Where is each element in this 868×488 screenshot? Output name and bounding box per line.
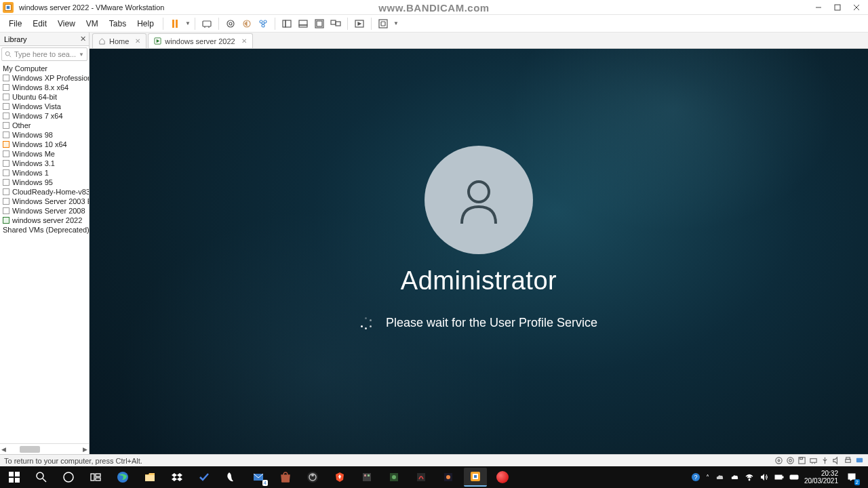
tray-volume-icon[interactable] <box>760 472 769 482</box>
svg-point-9 <box>227 20 234 27</box>
tray-chevron-up-icon[interactable]: ˄ <box>706 474 709 481</box>
tray-help-icon[interactable]: ? <box>691 472 701 482</box>
vm-item[interactable]: Ubuntu 64-bit <box>0 92 89 102</box>
stretch-dropdown[interactable]: ▼ <box>393 20 399 26</box>
folder-view-button[interactable] <box>312 16 327 31</box>
taskbar-bandicam-record[interactable] <box>491 468 514 487</box>
bandicam-watermark: www.BANDICAM.com <box>378 2 489 14</box>
thumbnail-bar-button[interactable] <box>296 16 311 31</box>
vm-item[interactable]: Windows Server 2003 Ent <box>0 197 89 206</box>
taskbar-edge[interactable] <box>111 468 134 487</box>
show-library-button[interactable] <box>279 16 294 31</box>
menu-vm[interactable]: VM <box>81 17 103 30</box>
taskbar-brave[interactable] <box>328 468 351 487</box>
tray-keyboard-icon[interactable] <box>789 472 799 482</box>
svg-rect-36 <box>800 458 803 460</box>
manage-snapshots-button[interactable] <box>256 16 271 31</box>
vm-item[interactable]: CloudReady-Home-v83-x <box>0 187 89 197</box>
menu-help[interactable]: Help <box>132 17 159 30</box>
library-horizontal-scrollbar[interactable]: ◀▶ <box>0 443 89 454</box>
maximize-button[interactable] <box>829 1 846 14</box>
tab-current-vm[interactable]: windows server 2022 ✕ <box>148 33 252 48</box>
cd-icon[interactable] <box>786 456 795 465</box>
vm-item[interactable]: Windows 7 x64 <box>0 111 89 121</box>
tray-wifi-icon[interactable] <box>745 472 754 482</box>
display-icon[interactable] <box>855 456 864 465</box>
revert-snapshot-button[interactable] <box>239 16 254 31</box>
vm-item[interactable]: Windows Me <box>0 149 89 159</box>
vm-item[interactable]: Windows Server 2008 <box>0 206 89 216</box>
usb-icon[interactable] <box>821 456 829 465</box>
vm-item-current[interactable]: windows server 2022 <box>0 216 89 225</box>
taskbar-app-2[interactable] <box>355 468 378 487</box>
svg-line-16 <box>263 23 265 24</box>
login-status: Please wait for the User Profile Service <box>360 316 597 330</box>
clock-date: 20/03/2021 <box>804 477 838 485</box>
taskbar-app-5[interactable] <box>437 468 460 487</box>
start-button[interactable] <box>3 468 26 487</box>
multi-monitor-button[interactable] <box>328 16 343 31</box>
vm-item[interactable]: Windows 98 <box>0 130 89 140</box>
close-button[interactable] <box>848 1 865 14</box>
tray-onedrive-icon[interactable] <box>715 472 724 482</box>
library-search-input[interactable]: Type here to sea... ▼ <box>1 47 87 61</box>
tab-home[interactable]: Home ✕ <box>92 33 146 48</box>
taskbar-vmware[interactable] <box>464 468 487 487</box>
network-icon[interactable] <box>809 456 818 465</box>
tree-shared-vms[interactable]: Shared VMs (Deprecated) <box>0 225 89 235</box>
task-view-button[interactable] <box>84 468 107 487</box>
menu-view[interactable]: View <box>53 17 80 30</box>
taskbar-app-1[interactable] <box>220 468 243 487</box>
vm-item[interactable]: Windows 3.1 <box>0 159 89 168</box>
library-close-button[interactable]: ✕ <box>80 35 86 43</box>
tab-current-close[interactable]: ✕ <box>241 37 247 45</box>
taskbar-search[interactable] <box>30 468 53 487</box>
menu-tabs[interactable]: Tabs <box>104 17 131 30</box>
floppy-icon[interactable] <box>797 456 806 465</box>
fullscreen-button[interactable] <box>352 16 367 31</box>
vm-item[interactable]: Other <box>0 121 89 130</box>
vm-item[interactable]: Windows 8.x x64 <box>0 83 89 92</box>
menu-edit[interactable]: Edit <box>28 17 52 30</box>
svg-point-32 <box>778 460 780 462</box>
taskbar-explorer[interactable] <box>138 468 161 487</box>
search-dropdown-icon[interactable]: ▼ <box>79 52 84 58</box>
unity-button[interactable] <box>376 16 391 31</box>
cortana-button[interactable] <box>57 468 80 487</box>
vm-item[interactable]: Windows 95 <box>0 178 89 187</box>
guest-screen[interactable]: Administrator Please wait for the User P… <box>90 49 868 454</box>
disk-icon[interactable] <box>774 456 783 465</box>
taskbar-clock[interactable]: 20:32 20/03/2021 <box>804 470 838 485</box>
pause-vm-button[interactable] <box>167 16 182 31</box>
taskbar-dropbox[interactable] <box>165 468 189 487</box>
sound-icon[interactable] <box>832 456 841 465</box>
svg-rect-23 <box>331 20 336 24</box>
taskbar-todo[interactable] <box>193 468 216 487</box>
taskbar-mail[interactable]: 4 <box>247 468 270 487</box>
vmware-app-icon <box>3 2 14 13</box>
vm-item[interactable]: Windows 1 <box>0 168 89 178</box>
vm-item[interactable]: Windows Vista <box>0 102 89 111</box>
send-ctrl-alt-del-button[interactable] <box>199 16 214 31</box>
taskbar-store[interactable] <box>274 468 297 487</box>
tray-battery-icon[interactable] <box>774 472 784 482</box>
vm-item[interactable]: Windows XP Professional <box>0 73 89 83</box>
tray-cloud-icon[interactable] <box>730 472 739 482</box>
printer-icon[interactable] <box>844 456 852 465</box>
taskbar-app-4[interactable] <box>410 468 433 487</box>
tab-home-close[interactable]: ✕ <box>135 37 140 45</box>
menu-file[interactable]: File <box>4 17 26 30</box>
svg-point-53 <box>117 472 128 483</box>
taskbar-app-3[interactable] <box>382 468 406 487</box>
power-dropdown[interactable]: ▼ <box>185 20 191 26</box>
tree-root-my-computer[interactable]: My Computer <box>0 64 89 73</box>
svg-point-31 <box>776 458 782 464</box>
notifications-button[interactable]: 2 <box>844 469 860 485</box>
vm-item[interactable]: Windows 10 x64 <box>0 140 89 149</box>
svg-point-34 <box>789 460 792 462</box>
svg-rect-40 <box>846 460 850 463</box>
snapshot-button[interactable] <box>223 16 238 31</box>
vm-device-icons <box>774 456 864 465</box>
taskbar-obs[interactable] <box>301 468 324 487</box>
minimize-button[interactable] <box>810 1 827 14</box>
